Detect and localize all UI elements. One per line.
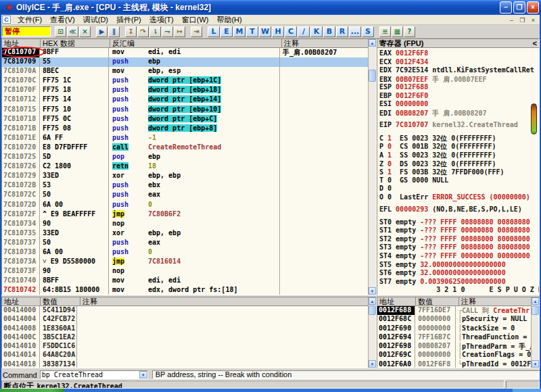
scroll-down-icon[interactable]: ▼ [369, 360, 376, 368]
disasm-row[interactable]: 7C810726C2 1800retn18 [2, 162, 368, 172]
register-line[interactable]: EIP 7C810707 kernel32.CreateThread [379, 121, 539, 130]
dump-row[interactable]: 004140081E8360A1 [2, 324, 368, 333]
open-file-button[interactable]: ⊡ [55, 26, 66, 37]
options-button[interactable]: ≡ [379, 26, 391, 37]
threads-window-button[interactable]: T [246, 26, 258, 37]
disasm-row[interactable]: 7C810720E8 D7FDFFFFcallCreateRemoteThrea… [2, 143, 368, 153]
cpu-window-button[interactable]: C [285, 26, 297, 37]
menu-item[interactable]: 插件(P) [112, 15, 145, 25]
stack-row[interactable]: 0012F68C00000000│pSecurity = NULL [377, 315, 531, 324]
stack-row[interactable]: 0012F69C00000000│CreationFlags = 0 [377, 351, 531, 360]
register-line[interactable]: EDI 00B08207 手_肩.00B08207 [379, 109, 539, 118]
disasm-row[interactable]: 7C81071E6A FFpush-1 [2, 134, 368, 143]
register-line[interactable]: T 0 GS 0000 NULL [379, 176, 539, 185]
call-stack-button[interactable]: K [310, 26, 323, 37]
chevron-down-icon[interactable]: ▼ [139, 371, 147, 378]
register-line[interactable]: A 1 SS 0023 32位 0(FFFFFFFF) [379, 151, 539, 160]
patches-window-button[interactable]: / [298, 26, 310, 37]
register-line[interactable]: EDX 7C92E514 ntdll.KiFastSystemCallRet [379, 66, 539, 75]
dump-scrollbar[interactable]: ▲ ▼ [368, 297, 376, 368]
disasm-row[interactable]: 7C81070CFF75 1Cpushdword ptr [ebp+1C] [2, 76, 368, 86]
scroll-up-icon[interactable]: ▲ [532, 297, 539, 305]
mdi-minimize-button[interactable]: – [507, 16, 517, 24]
scroll-down-icon[interactable]: ▼ [369, 287, 376, 295]
register-line[interactable]: S 1 FS 003B 32位 7FFDF000(FFF) [379, 168, 539, 176]
register-line[interactable]: ST6 empty 32.000000000000000000 [379, 269, 539, 278]
go-to-button[interactable]: ⇥ [191, 26, 202, 37]
stack-row[interactable]: 0012F6A00012F6F8└pThreadId = 0012F6F8 [377, 360, 531, 368]
menu-item[interactable]: 帮助(H) [212, 15, 245, 25]
source-window-button[interactable]: S [362, 26, 374, 37]
register-line[interactable]: C 1 ES 0023 32位 0(FFFFFFFF) [379, 134, 539, 143]
disasm-row[interactable]: 7C81071BFF75 08pushdword ptr [ebp+8] [2, 124, 368, 134]
dump-row[interactable]: 004140005C411D94 [2, 306, 368, 315]
mdi-child-icon[interactable]: C [2, 16, 11, 24]
disasm-row[interactable]: 7C81072F^ E9 BEAFFFFFjmp7C80B6F2 [2, 210, 368, 220]
step-over-button[interactable]: ↷ [137, 26, 149, 37]
dump-row[interactable]: 00414010F5DDC1C6 [2, 342, 368, 351]
collapse-icon[interactable]: < [533, 39, 537, 47]
stack-row[interactable]: 0012F6887FF16DE7┌CALL 到 CreateThr [377, 306, 531, 315]
stack-row[interactable]: 0012F6947FF16B7C│ThreadFunction = 7FF16B… [377, 333, 531, 342]
references-window-button[interactable]: R [336, 26, 348, 37]
register-line[interactable]: ST3 empty -??? FFFF 00808000 80008000 [379, 243, 539, 252]
register-line[interactable]: ST7 empty 0.0039062500000000000 [379, 278, 539, 287]
register-line[interactable]: EAX 0012F6F8 [379, 49, 539, 58]
disasm-row[interactable]: 7C81072B53pushebx [2, 181, 368, 191]
register-line[interactable]: ST5 empty 32.000000000000000000 [379, 261, 539, 270]
register-line[interactable]: ST4 empty -??? FFFF 00000000 00000000 [379, 252, 539, 261]
register-line[interactable]: EBX 00B07EEF 手_肩.00B07EEF [379, 75, 539, 84]
disasm-row[interactable]: 7C81070955pushebp [2, 57, 368, 67]
register-line[interactable]: EBP 0012F6F0 [379, 92, 539, 101]
disasm-row[interactable]: 7C81072933EDxorebp, ebp [2, 172, 368, 181]
register-line[interactable]: ECX 0012F434 [379, 58, 539, 67]
start-button-edge[interactable] [0, 389, 64, 392]
dump-row[interactable]: 0041401838387134 [2, 360, 368, 368]
disasm-row[interactable]: 7C81072C50pusheax [2, 191, 368, 200]
disasm-row[interactable]: 7C810718FF75 0Cpushdword ptr [ebp+C] [2, 115, 368, 124]
disasm-row[interactable]: 7C81073F90nop [2, 267, 368, 276]
pause-button[interactable]: ∥ [108, 26, 120, 37]
disasm-row[interactable]: 7C81073750pusheax [2, 239, 368, 248]
command-input[interactable] [41, 371, 139, 378]
menu-item[interactable]: 文件(F) [14, 15, 46, 25]
register-line[interactable]: 3 2 1 0 E S P U O Z D I [379, 286, 539, 295]
command-combobox[interactable]: ▼ [40, 370, 148, 379]
register-line[interactable]: EFL 00000293 (NO,B,NE,BE,S,PO,L,LE) [379, 205, 539, 214]
step-into-button[interactable]: ↧ [125, 26, 137, 37]
handles-window-button[interactable]: H [272, 26, 284, 37]
close-process-button[interactable]: × [79, 26, 91, 37]
disasm-row[interactable]: 7C8107386A 00push0 [2, 248, 368, 258]
run-button[interactable]: ▶ [96, 26, 108, 37]
register-line[interactable]: ST0 empty -??? FFFF 00808080 00808080 [379, 218, 539, 227]
disasm-row[interactable]: 7C8107255Dpopebp [2, 153, 368, 162]
menu-item[interactable]: 调试(D) [79, 15, 112, 25]
register-line[interactable]: D 0 [379, 185, 539, 193]
disasm-row[interactable]: 7C81073533EDxorebp, ebp [2, 229, 368, 239]
dump-row[interactable]: 0041401464A8C20A [2, 351, 368, 360]
execute-till-return-button[interactable]: ↦ [174, 26, 185, 37]
breakpoints-window-button[interactable]: B [323, 26, 335, 37]
disasm-row[interactable]: 7C81073A˅ E9 D5580000jmp7C816014 [2, 258, 368, 267]
disassembly-scrollbar[interactable]: ▲ ▼ [368, 39, 376, 295]
appearance-button[interactable]: ▦ [392, 26, 403, 37]
disasm-row[interactable]: 7C81072D6A 00push0 [2, 201, 368, 210]
log-window-button[interactable]: L [208, 26, 220, 37]
stack-row[interactable]: 0012F69000000000│StackSize = 0 [377, 324, 531, 333]
disasm-row[interactable]: 7C81070A8BECmovebp, esp [2, 67, 368, 76]
disasm-row[interactable]: 7C810715FF75 10pushdword ptr [ebp+10] [2, 105, 368, 115]
register-line[interactable]: ESP 0012F688 [379, 83, 539, 92]
register-line[interactable]: ESI 00000000 [379, 100, 539, 109]
disasm-row[interactable]: 7C81073490nop [2, 220, 368, 229]
animate-over-button[interactable]: ⇁ [162, 26, 173, 37]
executable-modules-button[interactable]: E [220, 26, 233, 37]
disasm-row[interactable]: 7C81074264:8B15 180000movedx, dword ptr … [2, 286, 368, 295]
scroll-thumb[interactable] [532, 305, 539, 315]
disasm-row[interactable]: 7C810712FF75 14pushdword ptr [ebp+14] [2, 95, 368, 105]
register-line[interactable]: Z 0 DS 0023 32位 0(FFFFFFFF) [379, 160, 539, 168]
register-line[interactable]: O 0 LastErr ERROR_SUCCESS (00000000) [379, 193, 539, 202]
disasm-row[interactable]: 7C8107078BFFmovedi, edi手_肩.00B08207 [2, 48, 368, 57]
memory-map-button[interactable]: M [233, 26, 245, 37]
mdi-close-button[interactable]: × [528, 16, 538, 24]
stack-row[interactable]: 0012F69800B08207│pThreadParm = 手_肩 [377, 342, 531, 351]
